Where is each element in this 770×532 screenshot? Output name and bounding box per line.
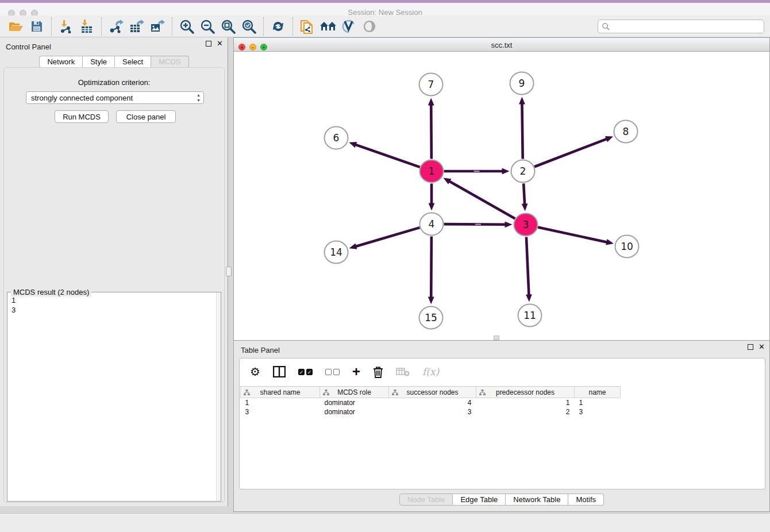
edge-arrowhead (519, 97, 525, 104)
vizmapper-button[interactable] (338, 17, 359, 36)
edge-2-3[interactable] (523, 183, 525, 205)
hide-panel-button[interactable] (359, 17, 380, 36)
table-cell[interactable]: 4 (389, 398, 476, 407)
split-divider-grip[interactable] (226, 267, 232, 276)
criterion-dropdown[interactable]: strongly connected component ▲▼ (26, 91, 204, 104)
edge-arrowhead (606, 239, 614, 245)
toolbar-separator (172, 17, 172, 36)
column-header-MCDS-role[interactable]: MCDS role (320, 387, 389, 398)
tab-network[interactable]: Network (39, 56, 83, 68)
zoom-fit-button[interactable] (218, 17, 238, 36)
delete-column-trash-icon[interactable] (373, 366, 383, 378)
edge-1-7[interactable] (431, 103, 432, 159)
import-table-button[interactable] (76, 17, 97, 36)
close-panel-icon[interactable]: ✕ (759, 344, 765, 350)
network-window-titlebar[interactable]: ×−+ scc.txt (234, 38, 769, 52)
network-view-window: ×−+ scc.txt 7968124314101511 (233, 37, 770, 341)
run-mcds-button[interactable]: Run MCDS (55, 110, 109, 123)
criterion-value: strongly connected component (31, 94, 133, 102)
new-network-from-selection-button[interactable] (297, 17, 318, 36)
tab-node-table[interactable]: Node Table (399, 494, 453, 506)
table-toolbar: ⚙ ✓✓ + f(x) (250, 363, 439, 381)
node-label: 4 (429, 218, 435, 230)
zoom-out-button[interactable] (197, 17, 218, 36)
node-label: 10 (621, 241, 633, 252)
import-network-icon (59, 20, 73, 33)
control-panel-title: Control Panel (6, 41, 51, 52)
mcds-result-frame (7, 292, 221, 502)
table-cell[interactable]: 1 (575, 398, 621, 407)
export-network-button[interactable] (106, 17, 126, 36)
column-header-shared-name[interactable]: shared name (241, 387, 320, 398)
show-all-networks-button[interactable] (318, 17, 338, 36)
table-cell[interactable]: 3 (575, 407, 621, 417)
table-cell[interactable]: 2 (476, 407, 575, 417)
edge-2-8[interactable] (534, 138, 608, 167)
tab-style[interactable]: Style (83, 56, 115, 68)
create-column-icon[interactable]: + (352, 366, 360, 377)
column-header-successor-nodes[interactable]: successor nodes (389, 387, 476, 398)
network-canvas[interactable]: 7968124314101511 (234, 52, 769, 340)
edge-arrowhead (349, 142, 357, 148)
close-panel-icon[interactable]: ✕ (217, 41, 223, 47)
zoom-selected-button[interactable] (238, 17, 259, 36)
export-table-button[interactable] (126, 17, 147, 36)
edge-4-14[interactable] (355, 228, 419, 246)
function-builder-icon: f(x) (422, 366, 439, 377)
node-label: 3 (523, 219, 529, 230)
table-cell[interactable]: 3 (241, 407, 320, 417)
column-header-name[interactable]: name (575, 387, 621, 398)
deselect-all-columns-icon[interactable] (325, 369, 340, 375)
delete-table-icon (396, 367, 410, 377)
tab-network-table[interactable]: Network Table (506, 494, 568, 506)
table-cell[interactable]: 1 (476, 398, 575, 407)
table-settings-gear-icon[interactable]: ⚙ (250, 366, 260, 377)
table-cell[interactable]: 1 (241, 398, 320, 407)
dropdown-stepper-icon: ▲▼ (197, 92, 201, 103)
toolbar-separator (263, 17, 264, 36)
apply-layout-button[interactable] (268, 17, 288, 36)
table-row[interactable]: 1dominator411 (241, 398, 621, 407)
zoom-in-button[interactable] (176, 17, 197, 36)
import-network-button[interactable] (56, 17, 76, 36)
edge-3-1[interactable] (448, 181, 515, 219)
edge-arrowhead (428, 296, 434, 304)
zoom-out-icon (200, 19, 215, 34)
node-label: 9 (519, 78, 525, 89)
node-table[interactable]: shared nameMCDS rolesuccessor nodesprede… (240, 386, 621, 417)
zoom-fit-icon (221, 19, 236, 34)
vizmapper-icon (341, 20, 356, 33)
close-panel-button[interactable]: Close panel (116, 110, 176, 123)
canvas-resize-grip[interactable] (494, 336, 499, 340)
select-all-columns-icon[interactable]: ✓✓ (298, 369, 313, 375)
float-panel-icon[interactable] (206, 41, 211, 47)
edge-4-15[interactable] (431, 236, 432, 298)
save-session-button[interactable] (26, 17, 47, 36)
table-cell[interactable]: 3 (389, 407, 476, 417)
toolbar-separator (292, 17, 293, 36)
network-view-title: scc.txt (234, 41, 769, 49)
tab-mcds[interactable]: MCDS (151, 56, 188, 68)
tab-motifs[interactable]: Motifs (568, 494, 604, 506)
search-input[interactable] (610, 21, 760, 32)
show-columns-icon[interactable] (273, 366, 286, 377)
column-header-predecessor-nodes[interactable]: predecessor nodes (476, 387, 575, 398)
search-field[interactable] (598, 20, 764, 33)
mcds-result-box: MCDS result (2 nodes) 13 (7, 288, 221, 502)
edge-1-6[interactable] (355, 144, 420, 167)
result-scrollbar[interactable] (216, 292, 221, 501)
edge-label-mark (474, 171, 480, 172)
open-session-button[interactable] (6, 17, 26, 36)
export-image-button[interactable] (147, 17, 168, 36)
toolbar-separator (51, 17, 52, 36)
edge-3-10[interactable] (538, 228, 608, 242)
tab-select[interactable]: Select (115, 56, 151, 68)
tab-edge-table[interactable]: Edge Table (453, 494, 506, 506)
refresh-icon (271, 20, 285, 33)
table-cell[interactable]: dominator (320, 407, 389, 417)
float-panel-icon[interactable] (748, 344, 753, 350)
table-cell[interactable]: dominator (320, 398, 389, 407)
edge-3-11[interactable] (526, 237, 529, 296)
edge-2-9[interactable] (522, 102, 522, 159)
table-row[interactable]: 3dominator323 (241, 407, 621, 417)
